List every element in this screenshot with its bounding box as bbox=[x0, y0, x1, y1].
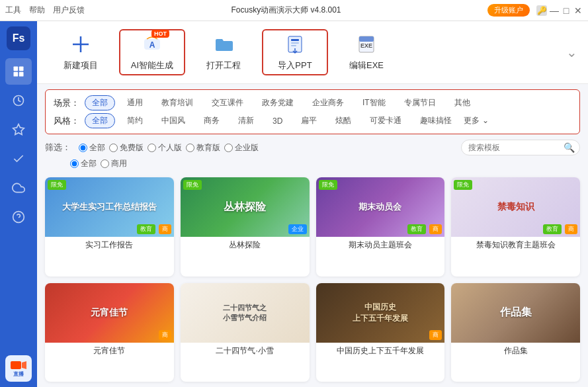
search-filter-row: 筛选： 全部 免费版 个人版 教育版 企业版 🔍 bbox=[37, 134, 588, 158]
filter-all-commerce-radio[interactable]: 全部 bbox=[70, 158, 97, 169]
main-layout: Fs 直播 bbox=[0, 21, 588, 387]
search-icon[interactable]: 🔍 bbox=[564, 142, 575, 153]
svg-rect-0 bbox=[14, 67, 19, 71]
scene-tag-education[interactable]: 教育培训 bbox=[155, 96, 200, 110]
template-thumb: 元宵佳节 商 bbox=[45, 283, 174, 343]
template-card[interactable]: 元宵佳节 商 元宵佳节 bbox=[45, 283, 174, 382]
filter-enterprise-radio[interactable]: 企业版 bbox=[224, 142, 259, 153]
scene-tag-it[interactable]: IT智能 bbox=[356, 96, 392, 110]
maximize-button[interactable]: □ bbox=[562, 6, 571, 15]
template-card[interactable]: 大学生实习工作总结报告 限免 教育 商 实习工作报告 bbox=[45, 177, 174, 277]
lock-icon: 🔑 bbox=[536, 5, 547, 16]
template-card[interactable]: 中国历史上下五千年发展 商 中国历史上下五千年发展 bbox=[316, 283, 445, 382]
menu-feedback[interactable]: 用户反馈 bbox=[53, 5, 85, 16]
style-label: 风格： bbox=[54, 115, 79, 127]
filter-free-radio[interactable]: 免费版 bbox=[109, 142, 144, 153]
svg-rect-16 bbox=[291, 42, 299, 44]
template-card[interactable]: 二十四节气之小雪节气介绍 二十四节气·小雪 bbox=[181, 283, 310, 382]
svg-rect-17 bbox=[291, 45, 296, 46]
template-card[interactable]: 作品集 作品集 bbox=[451, 283, 580, 382]
svg-text:EXE: EXE bbox=[360, 42, 372, 49]
scene-tag-government[interactable]: 政务党建 bbox=[255, 96, 300, 110]
style-tag-funny[interactable]: 趣味搞怪 bbox=[413, 114, 458, 128]
folder-icon bbox=[213, 34, 234, 57]
sidebar-item-cloud[interactable] bbox=[5, 175, 32, 201]
commerce-badge: 商 bbox=[565, 224, 577, 234]
edit-exe-label: 编辑EXE bbox=[349, 60, 384, 71]
import-ppt-button[interactable]: 导入PPT bbox=[262, 29, 328, 75]
style-tag-cool[interactable]: 炫酷 bbox=[329, 114, 358, 128]
style-filter-row: 风格： 全部 简约 中国风 商务 清新 3D 扁平 炫酷 可爱卡通 趣味搞怪 更… bbox=[54, 113, 571, 128]
toolbar-more-button[interactable]: ⌄ bbox=[566, 44, 577, 60]
edit-exe-button[interactable]: EXE 编辑EXE bbox=[333, 29, 399, 75]
style-tag-chinese[interactable]: 中国风 bbox=[155, 114, 192, 128]
svg-rect-1 bbox=[19, 67, 24, 71]
scene-tag-other[interactable]: 其他 bbox=[448, 96, 477, 110]
commerce-filter-spacer bbox=[45, 159, 66, 169]
app-title: Focusky动画演示大师 v4.8.001 bbox=[85, 5, 487, 16]
plus-icon bbox=[70, 34, 91, 57]
free-badge: 限免 bbox=[454, 180, 472, 190]
svg-marker-5 bbox=[13, 124, 24, 135]
scene-filter-row: 场景： 全部 通用 教育培训 交互课件 政务党建 企业商务 IT智能 专属节日 … bbox=[54, 95, 571, 110]
import-ppt-label: 导入PPT bbox=[278, 60, 312, 71]
edu-badge: 教育 bbox=[543, 224, 562, 234]
scene-tag-general[interactable]: 通用 bbox=[120, 96, 149, 110]
template-thumb: 大学生实习工作总结报告 限免 教育 商 bbox=[45, 177, 174, 237]
filter-personal-radio[interactable]: 个人版 bbox=[147, 142, 182, 153]
free-badge: 限免 bbox=[183, 180, 202, 190]
sidebar-item-recent[interactable] bbox=[5, 87, 32, 114]
enterprise-badge: 企业 bbox=[288, 224, 307, 234]
ai-generate-button[interactable]: A HOT AI智能生成 bbox=[119, 29, 185, 75]
content-area: 新建项目 A HOT AI智能生成 bbox=[37, 21, 588, 387]
sidebar-item-favorites[interactable] bbox=[5, 116, 32, 143]
style-tag-business[interactable]: 商务 bbox=[197, 114, 226, 128]
filter-edu-radio[interactable]: 教育版 bbox=[186, 142, 220, 153]
style-tag-cute[interactable]: 可爱卡通 bbox=[363, 114, 408, 128]
template-card[interactable]: 期末动员会 限免 教育 商 期末动员主题班会 bbox=[316, 177, 445, 277]
ppt-icon bbox=[284, 34, 306, 57]
close-button[interactable]: ✕ bbox=[573, 6, 583, 15]
minimize-button[interactable]: — bbox=[550, 6, 559, 15]
style-tag-fresh[interactable]: 清新 bbox=[231, 114, 261, 128]
style-tag-flat[interactable]: 扁平 bbox=[294, 114, 323, 128]
new-project-button[interactable]: 新建项目 bbox=[48, 29, 114, 75]
ai-icon: A HOT bbox=[142, 34, 163, 57]
live-button[interactable]: 直播 bbox=[5, 355, 32, 382]
sidebar: Fs 直播 bbox=[0, 21, 37, 387]
menu-tool[interactable]: 工具 bbox=[5, 5, 21, 16]
style-more-button[interactable]: 更多 ⌄ bbox=[464, 115, 488, 126]
commerce-filter-row: 全部 商用 bbox=[37, 158, 588, 172]
titlebar-left: 工具 帮助 用户反馈 bbox=[5, 5, 85, 16]
svg-text:A: A bbox=[149, 40, 155, 50]
scene-tag-business[interactable]: 企业商务 bbox=[306, 96, 351, 110]
search-box[interactable]: 🔍 bbox=[461, 140, 580, 155]
upgrade-button[interactable]: 升级账户 bbox=[487, 4, 530, 17]
search-input[interactable] bbox=[468, 143, 561, 152]
titlebar: 工具 帮助 用户反馈 Focusky动画演示大师 v4.8.001 升级账户 🔑… bbox=[0, 0, 588, 21]
exe-icon: EXE bbox=[356, 34, 377, 57]
commerce-badge: 商 bbox=[429, 224, 442, 234]
sidebar-item-tasks[interactable] bbox=[5, 146, 32, 172]
open-project-button[interactable]: 打开工程 bbox=[190, 29, 257, 75]
scene-tag-interactive[interactable]: 交互课件 bbox=[205, 96, 250, 110]
scene-tag-holiday[interactable]: 专属节日 bbox=[398, 96, 442, 110]
svg-rect-21 bbox=[359, 36, 374, 42]
style-tag-all[interactable]: 全部 bbox=[85, 113, 115, 128]
scene-tag-all[interactable]: 全部 bbox=[85, 95, 115, 110]
main-toolbar: 新建项目 A HOT AI智能生成 bbox=[37, 21, 588, 84]
menu-help[interactable]: 帮助 bbox=[29, 5, 45, 16]
style-tag-simple[interactable]: 简约 bbox=[120, 114, 149, 128]
style-tag-3d[interactable]: 3D bbox=[266, 115, 289, 127]
edu-badge: 教育 bbox=[407, 224, 426, 234]
template-card[interactable]: 禁毒知识 限免 教育 商 禁毒知识教育主题班会 bbox=[451, 177, 580, 277]
template-name: 元宵佳节 bbox=[45, 343, 174, 359]
template-card[interactable]: 丛林探险 限免 企业 丛林探险 bbox=[181, 177, 310, 277]
template-thumb: 丛林探险 限免 企业 bbox=[181, 177, 310, 237]
sidebar-item-home[interactable] bbox=[5, 58, 32, 85]
template-name: 实习工作报告 bbox=[45, 237, 174, 253]
filter-commerce-radio[interactable]: 商用 bbox=[101, 158, 127, 169]
sidebar-item-help[interactable] bbox=[5, 204, 32, 230]
filter-prefix-label: 筛选： bbox=[45, 142, 71, 153]
filter-all-radio[interactable]: 全部 bbox=[79, 142, 105, 153]
